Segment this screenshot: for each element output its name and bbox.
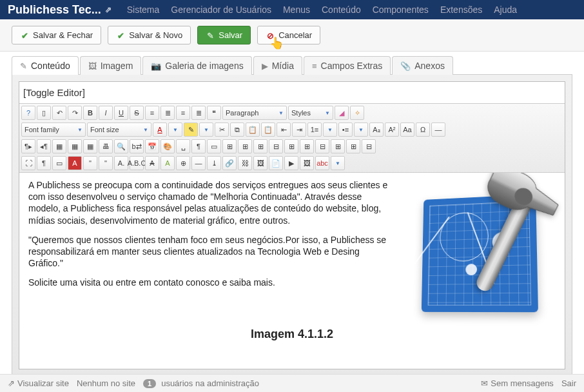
align-center-icon[interactable]: ≣ xyxy=(161,106,175,120)
layer-back-icon[interactable]: ▦ xyxy=(83,139,97,153)
del-icon[interactable]: A xyxy=(145,156,159,170)
unlink-icon[interactable]: ⛓ xyxy=(238,156,252,170)
copy-icon[interactable]: ⧉ xyxy=(230,122,244,137)
case-icon[interactable]: Aa xyxy=(400,122,414,137)
print-icon[interactable]: 🖶 xyxy=(99,139,113,153)
style-A-icon[interactable]: A xyxy=(68,156,82,170)
blockquote-icon[interactable]: ❝ xyxy=(207,106,221,120)
readmore-icon[interactable]: — xyxy=(191,156,206,170)
link-icon[interactable]: 🔗 xyxy=(222,156,237,170)
file-icon[interactable]: 📄 xyxy=(269,156,283,170)
bg-color-icon[interactable]: ✎ xyxy=(184,122,198,137)
nav-extensoes[interactable]: Extensões xyxy=(440,5,482,15)
visitors-stat[interactable]: Nenhum no site xyxy=(77,378,135,388)
help-icon[interactable]: ? xyxy=(21,106,35,120)
color-picker-icon[interactable]: 🎨 xyxy=(161,139,175,153)
find-icon[interactable]: 🔍 xyxy=(114,139,128,153)
dd-icon[interactable]: ▼ xyxy=(199,122,213,137)
paragraph-select[interactable]: Paragraph▼ xyxy=(222,106,287,120)
eraser-icon[interactable]: ◢ xyxy=(335,106,349,120)
nav-sistema[interactable]: Sistema xyxy=(127,5,160,15)
nav-ajuda[interactable]: Ajuda xyxy=(494,5,517,15)
indent-icon[interactable]: ⇤ xyxy=(277,122,291,137)
admins-stat[interactable]: 1usuários na administração xyxy=(143,378,259,388)
content-editable[interactable]: A Publichess se preocupa com a continuid… xyxy=(19,173,565,369)
strike-icon[interactable]: S xyxy=(130,106,144,120)
attrib-icon[interactable]: ⊕ xyxy=(176,156,190,170)
show-blocks-icon[interactable]: ▭ xyxy=(207,139,221,153)
col-delete-icon[interactable]: ⊟ xyxy=(315,139,329,153)
cancel-button[interactable]: ⊘Cancelar xyxy=(257,26,320,44)
nav-usuarios[interactable]: Gerenciador de Usuários xyxy=(171,5,271,15)
messages-stat[interactable]: ✉Sem mensagens xyxy=(481,378,554,388)
save-close-button[interactable]: ✔Salvar & Fechar xyxy=(12,26,101,44)
row-after-icon[interactable]: ⊞ xyxy=(253,139,268,153)
hr-icon[interactable]: — xyxy=(431,122,445,137)
quote-close-icon[interactable]: " xyxy=(99,156,113,170)
nbsp-icon[interactable]: ␣ xyxy=(176,139,190,153)
abbr-icon[interactable]: A. xyxy=(114,156,128,170)
spell-icon[interactable]: abc xyxy=(315,156,329,170)
rtl-icon[interactable]: ◂¶ xyxy=(37,139,51,153)
sup-icon[interactable]: A² xyxy=(385,122,399,137)
styles-select[interactable]: Styles▼ xyxy=(288,106,333,120)
save-new-button[interactable]: ✔Salvar & Novo xyxy=(108,26,191,44)
brand[interactable]: Publichess Tec... ⇗ xyxy=(8,3,112,17)
img-manager-icon[interactable]: 🖼 xyxy=(300,156,314,170)
paste-icon[interactable]: 📋 xyxy=(246,122,260,137)
outdent-icon[interactable]: ⇥ xyxy=(292,122,306,137)
nav-menus[interactable]: Menus xyxy=(283,5,310,15)
row-delete-icon[interactable]: ⊟ xyxy=(269,139,283,153)
codebox-icon[interactable]: ▭ xyxy=(52,156,66,170)
nav-componentes[interactable]: Componentes xyxy=(373,5,429,15)
logout-link[interactable]: Sair xyxy=(561,378,576,388)
char-icon[interactable]: Ω xyxy=(416,122,430,137)
dd-icon[interactable]: ▼ xyxy=(354,122,368,137)
dd-icon[interactable]: ▼ xyxy=(323,122,337,137)
italic-icon[interactable]: I xyxy=(99,106,113,120)
tab-anexos[interactable]: 📎Anexos xyxy=(392,56,453,75)
redo-icon[interactable]: ↷ xyxy=(68,106,82,120)
bold-icon[interactable]: B xyxy=(83,106,97,120)
tab-conteudo[interactable]: ✎Conteúdo xyxy=(12,56,79,75)
row-before-icon[interactable]: ⊞ xyxy=(238,139,252,153)
dd-icon[interactable]: ▼ xyxy=(168,122,182,137)
clean-icon[interactable]: ✧ xyxy=(350,106,364,120)
table-icon[interactable]: ⊞ xyxy=(222,139,237,153)
quote-open-icon[interactable]: " xyxy=(83,156,97,170)
media-icon[interactable]: ▶ xyxy=(284,156,298,170)
cut-icon[interactable]: ✂ xyxy=(215,122,229,137)
date-icon[interactable]: 📅 xyxy=(145,139,159,153)
fullscreen-icon[interactable]: ⛶ xyxy=(21,156,35,170)
table-delete-icon[interactable]: ⊟ xyxy=(362,139,376,153)
tab-campos-extras[interactable]: ≡Campos Extras xyxy=(304,56,391,75)
show-para-icon[interactable]: ¶ xyxy=(37,156,51,170)
ins-icon[interactable]: A xyxy=(161,156,175,170)
align-left-icon[interactable]: ≡ xyxy=(145,106,159,120)
ul-icon[interactable]: •≡ xyxy=(338,122,353,137)
col-before-icon[interactable]: ⊞ xyxy=(284,139,298,153)
align-right-icon[interactable]: ≡ xyxy=(176,106,190,120)
pagebreak-icon[interactable]: ⤓ xyxy=(207,156,221,170)
nav-conteudo[interactable]: Conteúdo xyxy=(322,5,361,15)
ol-icon[interactable]: 1≡ xyxy=(307,122,322,137)
tab-imagem[interactable]: 🖼Imagem xyxy=(80,56,142,75)
split-icon[interactable]: ⊞ xyxy=(346,139,360,153)
font-color-icon[interactable]: A xyxy=(153,122,167,137)
toggle-editor-link[interactable]: [Toggle Editor] xyxy=(19,82,565,103)
save-button[interactable]: Salvar xyxy=(197,26,251,44)
view-site-link[interactable]: ⇗Visualizar site xyxy=(8,378,69,388)
sub-icon[interactable]: A₂ xyxy=(369,122,384,137)
image-insert-icon[interactable]: 🖼 xyxy=(253,156,268,170)
align-justify-icon[interactable]: ≣ xyxy=(191,106,206,120)
paste-text-icon[interactable]: 📋 xyxy=(261,122,275,137)
replace-icon[interactable]: b⇄ xyxy=(130,139,144,153)
font-family-select[interactable]: Font family▼ xyxy=(21,122,86,137)
ltr-icon[interactable]: ¶▸ xyxy=(21,139,35,153)
merge-icon[interactable]: ⊞ xyxy=(331,139,345,153)
undo-icon[interactable]: ↶ xyxy=(52,106,66,120)
layer-fwd-icon[interactable]: ▦ xyxy=(68,139,82,153)
tab-galeria[interactable]: 📷Galeria de imagens xyxy=(142,56,251,75)
visual-chars-icon[interactable]: ¶ xyxy=(191,139,206,153)
acronym-icon[interactable]: A.B.C xyxy=(130,156,144,170)
